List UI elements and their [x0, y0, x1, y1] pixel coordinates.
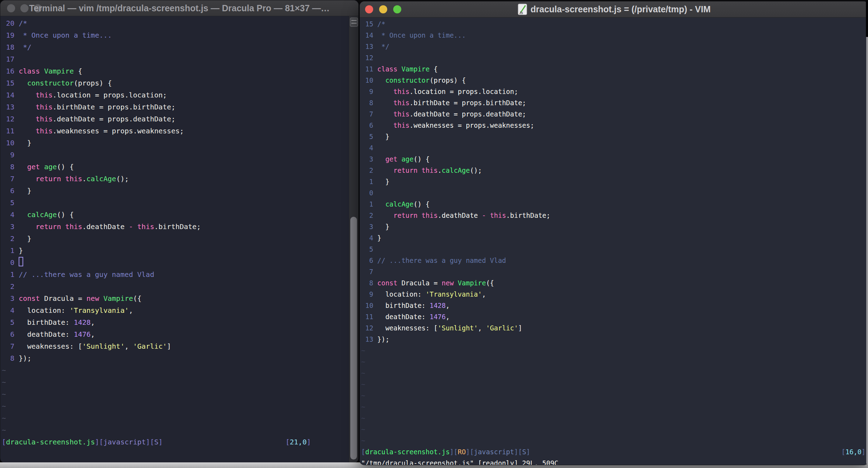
scrollbar-thumb[interactable]: [350, 217, 357, 460]
code-segment: weaknesses: [: [19, 342, 82, 350]
line-number: 1: [6, 268, 14, 280]
code-line[interactable]: 2 return this.deathDate - this.birthDate…: [361, 210, 868, 221]
code-segment: [377, 110, 394, 118]
line-number: 1: [6, 245, 14, 257]
code-line[interactable]: 12 this.deathDate = props.deathDate;: [2, 113, 349, 125]
code-segment: [397, 65, 401, 73]
code-line[interactable]: 5 birthDate: 1428,: [2, 316, 349, 328]
line-number: 0: [6, 257, 14, 268]
code-line[interactable]: 8 get age() {: [2, 161, 349, 173]
macvim-titlebar[interactable]: JS dracula-screenshot.js = (/private/tmp…: [360, 1, 868, 18]
code-line[interactable]: 6 this.weaknesses = props.weaknesses;: [361, 120, 868, 131]
tilde: ~: [361, 414, 365, 422]
tilde-line: ~: [2, 364, 349, 376]
code-line[interactable]: 8 this.birthDate = props.birthDate;: [361, 97, 868, 108]
code-segment: Dracula =: [397, 279, 442, 287]
code-line[interactable]: 0: [2, 257, 349, 268]
code-segment: [19, 163, 27, 171]
code-line[interactable]: 2 return this.calcAge();: [361, 165, 868, 176]
code-segment: [: [841, 448, 845, 456]
line-number: 3: [365, 221, 373, 232]
code-line[interactable]: 20/*: [2, 17, 349, 29]
code-segment: [19, 222, 36, 231]
code-line[interactable]: 15 constructor(props) {: [2, 77, 349, 89]
code-line[interactable]: 7 return this.calcAge();: [2, 173, 349, 185]
line-number: 4: [6, 209, 14, 221]
terminal-titlebar[interactable]: Terminal — vim /tmp/dracula-screenshot.j…: [0, 0, 358, 16]
code-line[interactable]: 7 this.deathDate = props.deathDate;: [361, 108, 868, 120]
code-line[interactable]: 2 }: [2, 233, 349, 245]
code-line[interactable]: 15/*: [361, 18, 868, 30]
code-text: }: [377, 178, 389, 185]
code-segment: /*: [19, 19, 27, 27]
code-line[interactable]: 19 * Once upon a time...: [2, 29, 349, 41]
code-line[interactable]: 9: [2, 149, 349, 161]
code-line[interactable]: 17: [2, 53, 349, 65]
code-line[interactable]: 4 calcAge() {: [2, 209, 349, 221]
code-line[interactable]: 0: [361, 187, 868, 198]
code-line[interactable]: 4 location: 'Transylvania',: [2, 304, 349, 316]
code-segment: class: [377, 65, 397, 73]
code-segment: return: [394, 166, 418, 174]
code-line[interactable]: 11 deathDate: 1476,: [361, 311, 868, 322]
code-segment: ,: [91, 318, 95, 327]
code-line[interactable]: 8const Dracula = new Vampire({: [361, 277, 868, 289]
code-line[interactable]: 1 }: [361, 176, 868, 187]
code-line[interactable]: 9 this.location = props.location;: [361, 86, 868, 97]
line-number: 2: [365, 210, 373, 221]
tilde: ~: [361, 380, 365, 388]
code-segment: 'Garlic': [486, 324, 518, 332]
line-number: 2: [6, 280, 14, 292]
code-line[interactable]: 10 }: [2, 137, 349, 149]
code-line[interactable]: 14 * Once upon a time...: [361, 30, 868, 41]
code-line[interactable]: 6 }: [2, 185, 349, 197]
code-segment: ,: [446, 302, 449, 309]
code-line[interactable]: 13 this.birthDate = props.birthDate;: [2, 101, 349, 113]
code-line[interactable]: 7 weaknesses: ['Sunlight', 'Garlic']: [2, 340, 349, 352]
code-text: return this.calcAge();: [19, 175, 129, 183]
code-line[interactable]: 5: [361, 244, 868, 255]
code-line[interactable]: 6 deathDate: 1476,: [2, 328, 349, 340]
code-line[interactable]: 10 constructor(props) {: [361, 75, 868, 86]
code-line[interactable]: 13});: [361, 334, 868, 345]
code-line[interactable]: 8});: [2, 352, 349, 364]
code-line[interactable]: 3const Dracula = new Vampire({: [2, 292, 349, 304]
vim-buffer-right[interactable]: 15/*14 * Once upon a time...13 */1211cla…: [360, 18, 868, 465]
code-line[interactable]: 18 */: [2, 41, 349, 53]
terminal-scrollbar[interactable]: [349, 16, 358, 463]
code-line[interactable]: 12 weaknesses: ['Sunlight', 'Garlic']: [361, 322, 868, 334]
code-segment: [19, 115, 36, 123]
line-number: 12: [365, 322, 373, 334]
code-line[interactable]: 14 this.location = props.location;: [2, 89, 349, 101]
code-line[interactable]: 10 birthDate: 1428,: [361, 300, 868, 311]
code-segment: this: [65, 222, 82, 231]
code-line[interactable]: 4}: [361, 232, 868, 244]
code-line[interactable]: 1}: [2, 245, 349, 257]
code-segment: get: [27, 163, 40, 171]
vim-buffer-left[interactable]: 20/*19 * Once upon a time...18 */1716cla…: [0, 16, 349, 463]
code-line[interactable]: 11 this.weaknesses = props.weaknesses;: [2, 125, 349, 137]
code-line[interactable]: 1 calcAge() {: [361, 198, 868, 210]
line-number: 15: [365, 18, 373, 30]
line-number: 19: [6, 29, 14, 41]
code-line[interactable]: 7: [361, 266, 868, 277]
code-text: constructor(props) {: [19, 79, 112, 87]
code-segment: ({: [133, 294, 141, 303]
code-line[interactable]: 5 }: [361, 131, 868, 142]
code-line[interactable]: 3 return this.deathDate - this.birthDate…: [2, 221, 349, 233]
code-line[interactable]: 6// ...there was a guy named Vlad: [361, 255, 868, 266]
code-text: */: [377, 43, 389, 50]
code-line[interactable]: 2: [2, 280, 349, 292]
code-segment: constructor: [385, 76, 430, 84]
code-line[interactable]: 13 */: [361, 41, 868, 52]
code-line[interactable]: 3 }: [361, 221, 868, 232]
code-line[interactable]: 5: [2, 197, 349, 209]
code-line[interactable]: 11class Vampire {: [361, 63, 868, 75]
code-line[interactable]: 1// ...there was a guy named Vlad: [2, 268, 349, 280]
code-line[interactable]: 12: [361, 52, 868, 63]
code-line[interactable]: 9 location: 'Transylvania',: [361, 289, 868, 300]
code-line[interactable]: 3 get age() {: [361, 153, 868, 165]
code-line[interactable]: 4: [361, 142, 868, 153]
scrollbar-marks-icon[interactable]: [350, 18, 358, 27]
code-line[interactable]: 16class Vampire {: [2, 65, 349, 77]
